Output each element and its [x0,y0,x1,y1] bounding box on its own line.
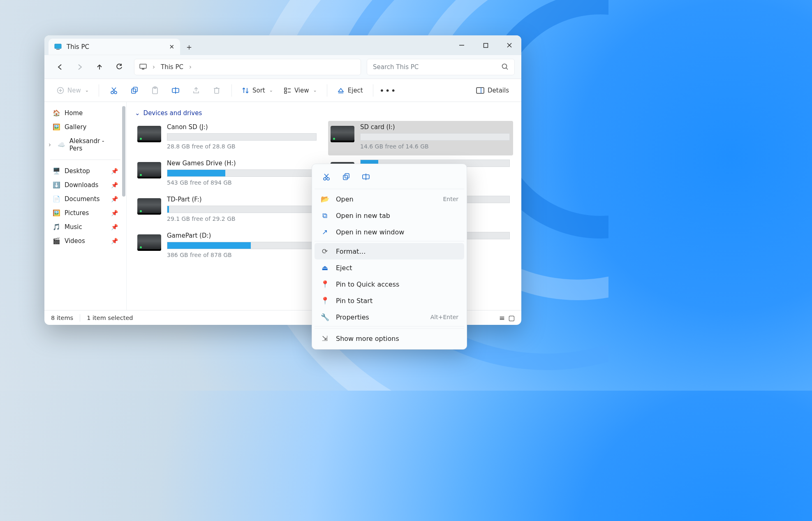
drive-item[interactable]: Canon SD (J:) 28.8 GB free of 28.8 GB [135,121,320,155]
svg-point-34 [327,178,329,180]
svg-rect-7 [142,69,144,69]
sidebar-label: Desktop [65,167,90,175]
drive-item[interactable]: GamePart (D:) 386 GB free of 878 GB [135,229,320,264]
sidebar-item-desktop[interactable]: 🖥️Desktop📌 [47,164,124,178]
ctx-item-label: Format… [336,248,366,255]
tab-this-pc[interactable]: This PC ✕ [49,39,180,55]
forward-button[interactable] [71,59,89,75]
ctx-item-label: Properties [336,313,369,321]
sidebar-item-videos[interactable]: 🎬Videos📌 [47,234,124,248]
rename-button[interactable] [167,82,185,99]
sidebar-label: Home [65,109,83,117]
svg-rect-0 [55,44,61,49]
pin-icon: 📌 [111,238,118,244]
drive-free: 28.8 GB free of 28.8 GB [167,143,317,150]
copy-button[interactable] [125,82,143,99]
ctx-item-format-[interactable]: ⟳Format… [315,243,464,259]
breadcrumb-segment[interactable]: This PC [161,63,183,71]
view-button[interactable]: View⌄ [280,82,321,99]
maximize-button[interactable] [474,35,497,55]
cloud-icon: ☁️ [58,141,65,148]
new-button[interactable]: New⌄ [53,82,93,99]
sidebar-item-pictures[interactable]: 🖼️Pictures📌 [47,206,124,220]
drive-name: GamePart (D:) [167,232,317,239]
svg-point-14 [114,91,117,94]
svg-rect-26 [285,88,287,90]
ctx-item-label: Open in new window [336,228,404,236]
delete-button[interactable] [208,82,226,99]
details-button[interactable]: Details [472,82,513,99]
more-button[interactable]: ••• [379,82,397,99]
eject-button[interactable]: Eject [333,82,367,99]
ctx-item-pin-to-start[interactable]: 📍Pin to Start [315,292,464,309]
search-input[interactable]: Search This PC [367,59,515,75]
close-button[interactable] [497,35,521,55]
sidebar-item-gallery[interactable]: 🖼️Gallery [47,120,124,134]
drive-free: 29.1 GB free of 29.2 GB [167,215,317,222]
back-button[interactable] [51,59,69,75]
ctx-item-label: Show more options [336,335,399,343]
pin-icon: 📌 [111,224,118,230]
paste-button[interactable] [146,82,164,99]
cut-button[interactable] [105,82,123,99]
pin-icon: 📌 [111,196,118,202]
new-tab-icon: ⧉ [320,211,329,220]
share-button[interactable] [187,82,205,99]
tab-title: This PC [67,43,89,51]
ctx-shortcut: Alt+Enter [430,314,458,320]
drive-usage-bar [167,133,317,141]
svg-point-33 [324,178,326,180]
drive-item[interactable]: New Games Drive (H:) 543 GB free of 894 … [135,157,320,192]
sidebar-label: Music [65,223,82,231]
ctx-rename-button[interactable] [358,170,374,184]
drive-item[interactable]: TD-Part (F:) 29.1 GB free of 29.2 GB [135,193,320,228]
drive-usage-bar [360,133,510,141]
svg-rect-17 [132,89,136,93]
drive-icon [331,126,354,142]
ctx-item-pin-to-quick-access[interactable]: 📍Pin to Quick access [315,276,464,292]
sidebar-label: Gallery [65,123,86,131]
ctx-item-open[interactable]: 📂OpenEnter [315,191,464,207]
group-header-devices[interactable]: ⌄ Devices and drives [135,107,513,121]
sidebar-item-downloads[interactable]: ⬇️Downloads📌 [47,178,124,192]
folder-icon: 🖥️ [53,167,60,175]
ctx-cut-button[interactable] [319,170,334,184]
sort-button[interactable]: Sort⌄ [238,82,277,99]
new-tab-button[interactable]: ＋ [180,39,198,55]
new-window-icon: ↗ [320,228,329,236]
chevron-right-icon[interactable]: › [49,141,53,148]
drive-icon [137,126,161,142]
up-button[interactable] [90,59,109,75]
breadcrumb[interactable]: › This PC › [134,59,361,75]
drive-item[interactable]: SD card (I:) 14.6 GB free of 14.6 GB [328,121,513,155]
drive-usage-bar [167,242,317,249]
minimize-button[interactable] [450,35,474,55]
ctx-item-eject[interactable]: ⏏Eject [315,259,464,276]
ctx-copy-button[interactable] [338,170,354,184]
sidebar-item-home[interactable]: 🏠Home [47,106,124,120]
item-count: 8 items [51,315,73,321]
chevron-right-icon: › [189,63,192,71]
sidebar-item-documents[interactable]: 📄Documents📌 [47,192,124,206]
ctx-item-properties[interactable]: 🔧PropertiesAlt+Enter [315,309,464,325]
details-view-toggle[interactable]: ≡ [499,314,505,322]
svg-point-13 [111,91,113,94]
sidebar: 🏠Home 🖼️Gallery ›☁️Aleksandr - Pers 🖥️De… [44,102,127,310]
new-label: New [67,87,81,94]
ctx-item-open-in-new-window[interactable]: ↗Open in new window [315,224,464,240]
svg-rect-1 [56,49,60,50]
folder-icon: 🎬 [53,237,60,245]
svg-rect-38 [345,174,349,178]
ctx-item-show-more-options[interactable]: ⇲Show more options [315,330,464,347]
tab-close-icon[interactable]: ✕ [169,43,174,51]
tiles-view-toggle[interactable]: ▢ [508,314,515,322]
sidebar-label: Videos [65,237,85,245]
ctx-item-label: Open [336,195,354,203]
ctx-item-open-in-new-tab[interactable]: ⧉Open in new tab [315,207,464,224]
refresh-button[interactable] [110,59,128,75]
folder-icon: 📄 [53,195,60,203]
sidebar-item-onedrive[interactable]: ›☁️Aleksandr - Pers [47,134,124,155]
context-menu: 📂OpenEnter⧉Open in new tab↗Open in new w… [312,164,467,350]
sidebar-item-music[interactable]: 🎵Music📌 [47,220,124,234]
svg-rect-18 [133,87,137,92]
